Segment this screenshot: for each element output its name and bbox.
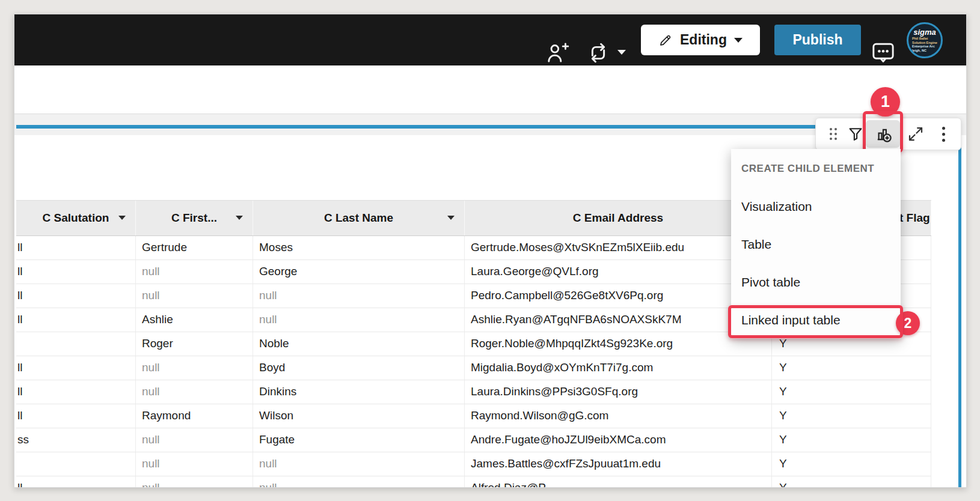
table-cell[interactable]: Y <box>772 404 931 428</box>
expand-arrows-icon <box>907 125 925 143</box>
table-cell[interactable]: ll <box>16 404 136 428</box>
menu-items: VisualizationTablePivot tableLinked inpu… <box>731 187 901 339</box>
table-cell[interactable]: Raymond <box>136 404 253 428</box>
screenshot-stage: Editing Publish sigma <box>0 0 980 501</box>
avatar-text-line: leigh, NC <box>912 49 937 53</box>
table-cell[interactable]: null <box>136 260 253 284</box>
table-row: llnullBoydMigdalia.Boyd@xOYmKnT7i7g.comY <box>16 356 931 380</box>
table-cell[interactable]: Y <box>772 452 931 476</box>
element-more-options-button[interactable] <box>935 118 952 150</box>
column-menu-caret-icon[interactable] <box>447 216 455 220</box>
table-cell[interactable]: null <box>136 476 253 487</box>
avatar-text-line: Enterprise Arc <box>912 44 937 49</box>
editing-mode-button[interactable]: Editing <box>641 25 760 55</box>
table-cell[interactable]: Gertrude.Moses@XtvSKnEZm5lXEiib.edu <box>465 236 772 260</box>
table-cell[interactable]: ll <box>16 380 136 404</box>
table-cell[interactable]: James.Battles@cxfFZsJpuuat1m.edu <box>465 452 772 476</box>
table-cell[interactable]: Fugate <box>253 428 465 452</box>
pencil-icon <box>658 33 673 47</box>
table-cell[interactable]: null <box>136 428 253 452</box>
table-row: llRaymondWilsonRaymond.Wilson@gG.comY <box>16 404 931 428</box>
editing-label: Editing <box>680 32 727 48</box>
table-cell[interactable]: null <box>136 452 253 476</box>
maximize-element-button[interactable] <box>904 118 928 150</box>
refresh-data-button[interactable] <box>584 39 612 67</box>
column-menu-caret-icon[interactable] <box>118 216 126 220</box>
table-cell[interactable]: null <box>136 284 253 308</box>
table-row: llnullnullAlfred.Diaz@PY <box>16 476 931 487</box>
sigma-logo: sigma <box>913 28 936 37</box>
create-child-element-menu: CREATE CHILD ELEMENT VisualizationTableP… <box>731 149 901 339</box>
table-cell[interactable]: Y <box>772 476 931 487</box>
table-cell[interactable]: Pedro.Campbell@526Ge8tXV6Pq.org <box>465 284 772 308</box>
menu-item-linked-input-table[interactable]: Linked input table <box>731 301 901 339</box>
avatar-text-lines: Phil BalleiSolution EngineEnterprise Arc… <box>912 37 937 52</box>
table-cell[interactable]: ll <box>16 308 136 332</box>
table-cell[interactable]: Laura.George@QVLf.org <box>465 260 772 284</box>
table-cell[interactable] <box>16 452 136 476</box>
table-cell[interactable]: null <box>136 356 253 380</box>
table-cell[interactable]: ll <box>16 284 136 308</box>
table-cell[interactable] <box>16 332 136 356</box>
column-header-0[interactable]: C Salutation <box>16 201 136 235</box>
comments-button[interactable] <box>868 38 898 67</box>
table-cell[interactable]: Y <box>772 428 931 452</box>
table-cell[interactable]: Laura.Dinkins@PPsi3G0SFq.org <box>465 380 772 404</box>
kebab-menu-icon <box>942 127 945 142</box>
table-cell[interactable]: Noble <box>253 332 465 356</box>
column-header-1[interactable]: C First... <box>136 201 253 235</box>
create-child-element-button[interactable] <box>866 118 900 150</box>
app-window: Editing Publish sigma <box>14 14 967 488</box>
table-cell[interactable]: Ashlie.Ryan@ATgqNFBA6sNOAXSkK7M <box>465 308 772 332</box>
table-cell[interactable]: Raymond.Wilson@gG.com <box>465 404 772 428</box>
invite-user-button[interactable] <box>545 39 570 67</box>
table-cell[interactable]: null <box>253 452 465 476</box>
table-cell[interactable]: null <box>253 308 465 332</box>
table-cell[interactable]: George <box>253 260 465 284</box>
table-cell[interactable]: Y <box>772 380 931 404</box>
table-cell[interactable]: Boyd <box>253 356 465 380</box>
table-cell[interactable]: null <box>253 284 465 308</box>
user-avatar[interactable]: sigma Phil BalleiSolution EngineEnterpri… <box>907 22 943 58</box>
table-cell[interactable]: Moses <box>253 236 465 260</box>
chart-plus-icon <box>866 120 900 148</box>
table-cell[interactable]: Gertrude <box>136 236 253 260</box>
annotation-badge-1: 1 <box>871 87 900 117</box>
selection-border-right <box>958 125 961 487</box>
menu-item-visualization[interactable]: Visualization <box>731 187 901 225</box>
filter-button[interactable] <box>844 118 867 150</box>
table-cell[interactable]: null <box>136 380 253 404</box>
column-menu-caret-icon[interactable] <box>236 216 243 220</box>
table-cell[interactable]: Roger <box>136 332 253 356</box>
table-cell[interactable]: Andre.Fugate@hoJZUl9eibXMCa.com <box>465 428 772 452</box>
comment-bubble-icon <box>869 40 897 66</box>
refresh-options-caret[interactable] <box>617 50 626 55</box>
table-cell[interactable]: ll <box>16 476 136 487</box>
table-cell[interactable]: Roger.Noble@MhpqqIZkt4Sg923Ke.org <box>465 332 772 356</box>
column-header-label: t Flag <box>899 211 930 225</box>
table-cell[interactable]: ll <box>16 260 136 284</box>
table-row: ssnullFugateAndre.Fugate@hoJZUl9eibXMCa.… <box>16 428 931 452</box>
workbook-topbar: Editing Publish sigma <box>14 14 966 65</box>
column-header-label: C Email Address <box>573 211 663 225</box>
menu-item-table[interactable]: Table <box>731 225 901 263</box>
table-cell[interactable]: Migdalia.Boyd@xOYmKnT7i7g.com <box>465 356 772 380</box>
table-cell[interactable]: Ashlie <box>136 308 253 332</box>
table-cell[interactable]: ll <box>16 356 136 380</box>
table-cell[interactable]: Dinkins <box>253 380 465 404</box>
publish-label: Publish <box>792 32 842 48</box>
column-header-2[interactable]: C Last Name <box>253 201 465 235</box>
table-cell[interactable]: Wilson <box>253 404 465 428</box>
drag-handle[interactable] <box>826 118 841 150</box>
table-row: nullnullJames.Battles@cxfFZsJpuuat1m.edu… <box>16 452 931 476</box>
menu-item-pivot-table[interactable]: Pivot table <box>731 263 901 301</box>
table-cell[interactable]: null <box>253 476 465 487</box>
menu-header: CREATE CHILD ELEMENT <box>731 156 901 181</box>
publish-button[interactable]: Publish <box>774 25 861 55</box>
editing-caret-icon <box>734 38 743 43</box>
table-cell[interactable]: Alfred.Diaz@P <box>465 476 772 487</box>
table-cell[interactable]: ss <box>16 428 136 452</box>
table-cell[interactable]: ll <box>16 236 136 260</box>
table-cell[interactable]: Y <box>772 356 931 380</box>
column-header-3[interactable]: C Email Address <box>465 201 772 235</box>
